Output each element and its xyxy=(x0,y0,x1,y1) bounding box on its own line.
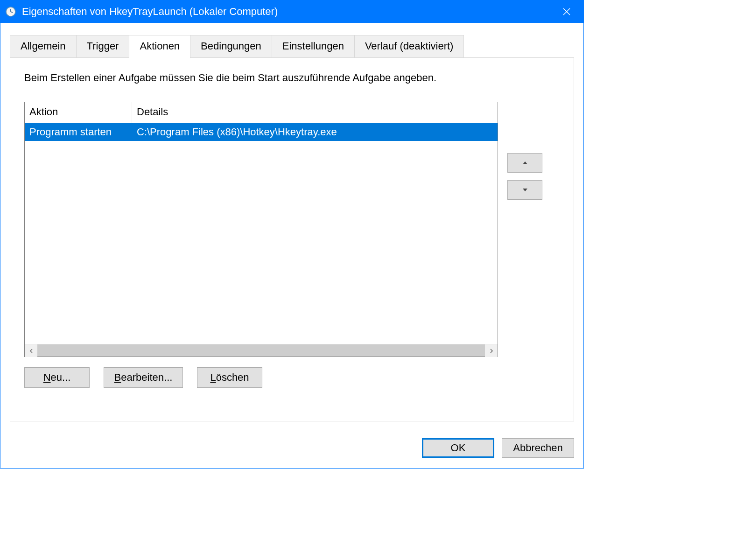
horizontal-scrollbar[interactable] xyxy=(25,344,498,357)
cancel-button[interactable]: Abbrechen xyxy=(502,438,574,458)
cell-action: Programm starten xyxy=(25,125,132,139)
window-title: Eigenschaften von HkeyTrayLaunch (Lokale… xyxy=(22,6,553,18)
header-details[interactable]: Details xyxy=(132,102,498,123)
tab-label: Verlauf (deaktiviert) xyxy=(365,40,454,52)
tab-label: Allgemein xyxy=(21,40,66,52)
chevron-right-icon xyxy=(489,349,494,353)
scroll-track[interactable] xyxy=(37,344,485,357)
svg-marker-6 xyxy=(523,189,527,191)
list-row[interactable]: Programm starten C:\Program Files (x86)\… xyxy=(25,123,498,141)
triangle-up-icon xyxy=(522,161,528,165)
clock-icon xyxy=(5,6,16,17)
move-up-button[interactable] xyxy=(507,153,542,173)
panel-description: Beim Erstellen einer Aufgabe müssen Sie … xyxy=(24,72,560,84)
tab-conditions[interactable]: Bedingungen xyxy=(190,35,272,58)
scroll-left-button[interactable] xyxy=(25,344,37,357)
close-icon xyxy=(562,7,571,16)
move-down-button[interactable] xyxy=(507,180,542,200)
tab-actions[interactable]: Aktionen xyxy=(129,35,190,58)
dialog-content: Allgemein Trigger Aktionen Bedingungen E… xyxy=(0,23,583,431)
tab-trigger[interactable]: Trigger xyxy=(77,35,130,58)
tab-general[interactable]: Allgemein xyxy=(10,35,77,58)
reorder-buttons xyxy=(507,153,542,200)
triangle-down-icon xyxy=(522,188,528,192)
close-button[interactable] xyxy=(553,0,581,23)
scroll-right-button[interactable] xyxy=(485,344,498,357)
cell-details: C:\Program Files (x86)\Hotkey\Hkeytray.e… xyxy=(132,125,498,139)
dialog-button-row: OK Abbrechen xyxy=(0,431,583,468)
tab-label: Bedingungen xyxy=(201,40,261,52)
tab-history[interactable]: Verlauf (deaktiviert) xyxy=(355,35,464,58)
properties-dialog: Eigenschaften von HkeyTrayLaunch (Lokale… xyxy=(0,0,584,469)
tab-label: Trigger xyxy=(87,40,119,52)
list-body: Programm starten C:\Program Files (x86)\… xyxy=(25,123,498,344)
delete-button[interactable]: Löschen xyxy=(197,367,262,388)
list-header: Aktion Details xyxy=(25,102,498,123)
list-area: Aktion Details Programm starten C:\Progr… xyxy=(24,102,560,357)
tab-label: Aktionen xyxy=(140,40,180,52)
new-button[interactable]: Neu... xyxy=(24,367,90,388)
titlebar: Eigenschaften von HkeyTrayLaunch (Lokale… xyxy=(0,0,583,23)
tab-panel-actions: Beim Erstellen einer Aufgabe müssen Sie … xyxy=(10,57,574,421)
svg-marker-5 xyxy=(523,161,527,164)
edit-button[interactable]: Bearbeiten... xyxy=(104,367,183,388)
tab-settings[interactable]: Einstellungen xyxy=(272,35,355,58)
action-buttons-row: Neu... Bearbeiten... Löschen xyxy=(24,367,560,388)
chevron-left-icon xyxy=(29,349,34,353)
tab-label: Einstellungen xyxy=(282,40,344,52)
actions-list[interactable]: Aktion Details Programm starten C:\Progr… xyxy=(24,102,498,357)
header-action[interactable]: Aktion xyxy=(25,102,132,123)
tab-strip: Allgemein Trigger Aktionen Bedingungen E… xyxy=(10,35,574,58)
ok-button[interactable]: OK xyxy=(422,438,494,458)
